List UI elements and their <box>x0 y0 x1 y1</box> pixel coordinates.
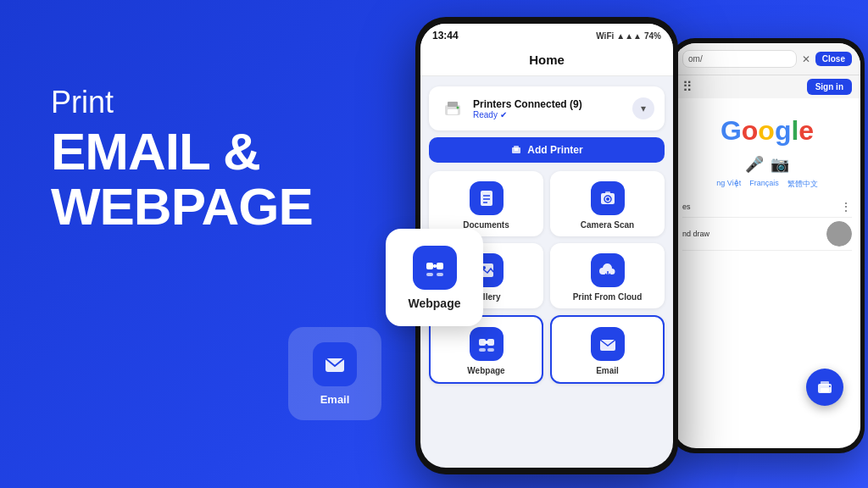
battery-icon: 74% <box>644 31 661 41</box>
svg-rect-22 <box>605 191 610 194</box>
google-logo: Google <box>682 115 852 147</box>
g6: e <box>798 115 814 146</box>
link-chinese[interactable]: 繁體中文 <box>787 179 818 190</box>
svg-rect-3 <box>426 273 433 276</box>
search-text-2: nd draw <box>682 230 709 238</box>
print-label: Print <box>51 85 313 120</box>
headline: EMAIL & WEBPAGE <box>51 124 313 234</box>
link-french[interactable]: Français <box>749 179 779 190</box>
svg-rect-1 <box>426 263 433 269</box>
g5: l <box>791 115 798 146</box>
grid-icon: ⠿ <box>682 79 693 95</box>
add-printer-button[interactable]: Add Printer <box>429 137 665 163</box>
left-section: Print EMAIL & WEBPAGE <box>51 85 313 234</box>
wifi-icon: WiFi <box>596 31 614 41</box>
printer-icon <box>439 95 466 122</box>
webpage-card-label: Webpage <box>409 297 461 310</box>
headline-line2: WEBPAGE <box>51 179 313 234</box>
avatar <box>826 221 852 247</box>
svg-point-11 <box>457 107 459 109</box>
mic-icon: 🎤 <box>745 155 764 174</box>
phone-browser: om/ ✕ Close ⠿ Sign in Google 🎤 📷 ng Việt… <box>670 38 865 453</box>
chevron-btn[interactable]: ▾ <box>632 97 654 119</box>
svg-rect-34 <box>821 388 829 392</box>
sign-in-button[interactable]: Sign in <box>807 79 852 95</box>
svg-point-35 <box>829 385 831 387</box>
svg-rect-4 <box>437 273 443 276</box>
app-title: Home <box>529 53 565 67</box>
webpage-card-icon <box>413 246 457 290</box>
email-icon <box>591 327 625 361</box>
g1: G <box>721 115 742 146</box>
svg-rect-33 <box>821 381 829 385</box>
more-icon-1[interactable]: ⋮ <box>840 200 852 214</box>
headline-line1: EMAIL & <box>51 124 313 179</box>
status-bar: 13:44 WiFi ▲▲▲ 74% <box>420 24 673 47</box>
email-card[interactable]: Email <box>288 327 381 420</box>
feature-documents[interactable]: Documents <box>429 171 543 236</box>
printer-info: Printers Connected (9) Ready ✔ <box>439 95 582 122</box>
feature-print-from-cloud[interactable]: Print From Cloud <box>550 243 665 308</box>
svg-point-21 <box>606 197 609 201</box>
print-fab[interactable] <box>806 369 843 406</box>
svg-rect-28 <box>487 348 494 352</box>
google-page: Google 🎤 📷 ng Việt Français 繁體中文 es ⋮ <box>674 98 860 259</box>
search-item-1[interactable]: es ⋮ <box>682 197 852 218</box>
webpage-label: Webpage <box>467 366 504 375</box>
camera-scan-label: Camera Scan <box>581 220 634 230</box>
app-header: Home <box>420 47 673 76</box>
check-icon: ✔ <box>500 110 507 119</box>
printer-status: Ready ✔ <box>473 110 582 119</box>
feature-camera-scan[interactable]: Camera Scan <box>550 171 665 236</box>
email-card-icon <box>313 342 357 386</box>
close-button[interactable]: Close <box>815 52 852 66</box>
print-from-cloud-label: Print From Cloud <box>573 292 643 302</box>
feature-email[interactable]: Email <box>550 315 665 384</box>
email-card-label: Email <box>320 393 350 406</box>
webpage-icon <box>470 327 504 361</box>
signal-icon: ▲▲▲ <box>616 31 642 41</box>
browser-address-bar: om/ ✕ Close <box>674 43 860 75</box>
search-bar-area: 🎤 📷 <box>682 155 852 174</box>
search-suggestions: es ⋮ nd draw <box>682 197 852 251</box>
svg-rect-10 <box>448 109 458 114</box>
search-text-1: es <box>682 202 691 211</box>
url-input[interactable]: om/ <box>682 50 797 68</box>
g4: g <box>775 115 792 146</box>
svg-rect-14 <box>515 148 518 151</box>
status-icons: WiFi ▲▲▲ 74% <box>596 31 661 41</box>
link-viet[interactable]: ng Việt <box>716 179 741 190</box>
browser-toolbar: ⠿ Sign in <box>674 75 860 98</box>
x-icon: ✕ <box>802 53 810 65</box>
printer-title: Printers Connected (9) <box>473 98 582 110</box>
printer-text: Printers Connected (9) Ready ✔ <box>473 98 582 119</box>
search-item-2[interactable]: nd draw <box>682 218 852 251</box>
add-printer-label: Add Printer <box>527 144 582 156</box>
g3: o <box>758 115 775 146</box>
documents-icon <box>470 181 504 215</box>
camera-search-icon: 📷 <box>771 155 789 174</box>
url-text: om/ <box>688 54 703 64</box>
svg-rect-2 <box>437 263 443 269</box>
search-row-2: nd draw <box>682 230 709 238</box>
status-time: 13:44 <box>432 30 459 42</box>
svg-rect-9 <box>448 102 458 107</box>
google-links: ng Việt Français 繁體中文 <box>682 179 852 190</box>
svg-rect-15 <box>481 191 492 206</box>
cloud-icon <box>591 253 625 287</box>
printer-card[interactable]: Printers Connected (9) Ready ✔ ▾ <box>429 86 665 130</box>
svg-rect-27 <box>479 348 486 352</box>
email-label: Email <box>596 366 619 375</box>
camera-scan-icon <box>591 181 625 215</box>
g2: o <box>742 115 759 146</box>
webpage-card[interactable]: Webpage <box>386 229 483 326</box>
